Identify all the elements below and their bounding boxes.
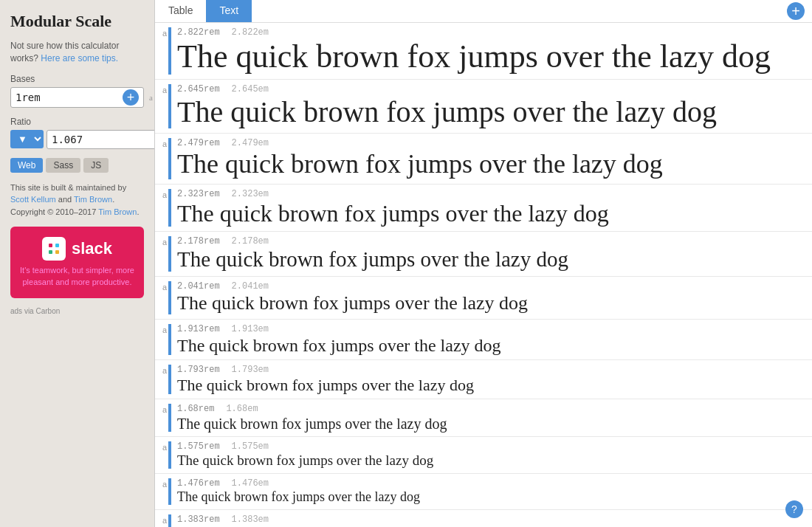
row-a-label: a: [155, 441, 168, 452]
row-rem: 2.479rem: [177, 138, 220, 148]
row-em: 2.822em: [232, 27, 269, 38]
scale-row: a 1.913rem 1.913em The quick brown fox j…: [155, 320, 812, 360]
code-tab-web[interactable]: Web: [10, 158, 43, 173]
row-meta: 1.476rem 1.476em: [177, 478, 800, 489]
slack-icon: [42, 237, 66, 261]
row-content: 1.913rem 1.913em The quick brown fox jum…: [177, 324, 800, 355]
timbrown-link[interactable]: Tim Brown: [98, 207, 137, 216]
ratio-select[interactable]: ▼: [10, 130, 44, 148]
row-meta: 1.383rem 1.383em: [177, 514, 800, 525]
row-content: 2.645rem 2.645em The quick brown fox jum…: [177, 84, 800, 128]
row-rem: 1.476rem: [177, 478, 220, 489]
scale-row: a 1.383rem 1.383em The quick brown fox j…: [155, 510, 812, 527]
scale-row: a 1.476rem 1.476em The quick brown fox j…: [155, 474, 812, 510]
tim-link[interactable]: Tim Brown: [74, 195, 112, 204]
bases-label: Bases: [10, 74, 144, 84]
row-em: 1.68em: [226, 404, 258, 414]
row-rem: 2.041rem: [177, 281, 220, 292]
ad-box[interactable]: slack It's teamwork, but simpler, more p…: [10, 227, 144, 298]
row-text: The quick brown fox jumps over the lazy …: [177, 248, 800, 272]
slack-logo: slack: [42, 237, 112, 261]
ads-via: ads via Carbon: [10, 307, 144, 315]
scott-link[interactable]: Scott Kellum: [10, 195, 56, 204]
row-accent-bar: [168, 84, 171, 128]
row-em: 1.575em: [232, 441, 269, 452]
top-tabs-bar: Table Text +: [155, 0, 812, 23]
scale-list: a 2.822rem 2.822em The quick brown fox j…: [155, 23, 812, 527]
code-tabs: Web Sass JS: [10, 158, 144, 173]
row-a-label: a: [155, 84, 168, 94]
row-a-label: a: [155, 478, 168, 489]
slack-name: slack: [72, 239, 112, 258]
row-accent-bar: [168, 189, 171, 227]
scale-row: a 1.68rem 1.68em The quick brown fox jum…: [155, 399, 812, 437]
row-accent-bar: [168, 138, 171, 179]
row-em: 2.323em: [232, 189, 269, 199]
scale-row: a 2.323rem 2.323em The quick brown fox j…: [155, 185, 812, 232]
code-tab-sass[interactable]: Sass: [46, 158, 80, 173]
scale-row: a 2.178rem 2.178em The quick brown fox j…: [155, 232, 812, 277]
scale-row: a 2.822rem 2.822em The quick brown fox j…: [155, 23, 812, 80]
svg-rect-3: [55, 250, 59, 254]
row-content: 1.68rem 1.68em The quick brown fox jumps…: [177, 404, 800, 432]
row-meta: 1.793rem 1.793em: [177, 365, 800, 375]
row-em: 2.178em: [232, 236, 269, 247]
row-meta: 2.041rem 2.041em: [177, 281, 800, 292]
row-text: The quick brown fox jumps over the lazy …: [177, 376, 800, 394]
tab-table[interactable]: Table: [155, 0, 206, 22]
row-accent-bar: [168, 404, 171, 432]
app-description: Not sure how this calculator works? Here…: [10, 40, 144, 65]
row-meta: 2.178rem 2.178em: [177, 236, 800, 247]
row-content: 1.476rem 1.476em The quick brown fox jum…: [177, 478, 800, 505]
row-text: The quick brown fox jumps over the lazy …: [177, 336, 800, 355]
row-content: 1.793rem 1.793em The quick brown fox jum…: [177, 365, 800, 394]
bases-add-button[interactable]: +: [123, 89, 139, 106]
row-a-label: a: [155, 324, 168, 334]
scale-row: a 1.575rem 1.575em The quick brown fox j…: [155, 437, 812, 474]
row-content: 2.323rem 2.323em The quick brown fox jum…: [177, 189, 800, 227]
row-rem: 2.178rem: [177, 236, 220, 247]
row-a-label: a: [155, 365, 168, 375]
ad-tagline: It's teamwork, but simpler, more pleasan…: [18, 265, 137, 288]
row-a-label: a: [155, 404, 168, 414]
row-content: 2.041rem 2.041em The quick brown fox jum…: [177, 281, 800, 314]
add-font-button[interactable]: +: [787, 2, 805, 20]
scale-row: a 2.645rem 2.645em The quick brown fox j…: [155, 80, 812, 134]
scale-row: a 2.479rem 2.479em The quick brown fox j…: [155, 134, 812, 185]
row-text: The quick brown fox jumps over the lazy …: [177, 293, 800, 314]
row-rem: 2.822rem: [177, 27, 220, 38]
ratio-section: Ratio ▼: [10, 117, 144, 149]
ratio-input[interactable]: [47, 130, 155, 149]
row-meta: 2.645rem 2.645em: [177, 84, 800, 94]
row-content: 2.178rem 2.178em The quick brown fox jum…: [177, 236, 800, 272]
svg-rect-2: [49, 250, 52, 254]
row-accent-bar: [168, 514, 171, 527]
row-a-label: a: [155, 236, 168, 247]
row-em: 2.479em: [232, 138, 269, 148]
help-button[interactable]: ?: [785, 500, 803, 518]
svg-rect-0: [49, 244, 52, 247]
row-a-label: a: [155, 27, 168, 38]
ratio-row: ▼: [10, 130, 144, 149]
code-tab-js[interactable]: JS: [83, 158, 109, 173]
row-accent-bar: [168, 27, 171, 75]
row-accent-bar: [168, 478, 171, 505]
scale-row: a 1.793rem 1.793em The quick brown fox j…: [155, 360, 812, 399]
row-rem: 1.793rem: [177, 365, 220, 375]
row-accent-bar: [168, 441, 171, 469]
row-rem: 1.913rem: [177, 324, 220, 334]
tab-text[interactable]: Text: [206, 0, 252, 22]
row-rem: 1.383rem: [177, 514, 220, 525]
row-em: 1.476em: [232, 478, 269, 489]
bases-input-container: +: [10, 87, 144, 108]
row-meta: 2.479rem 2.479em: [177, 138, 800, 148]
row-em: 1.913em: [232, 324, 269, 334]
row-content: 2.479rem 2.479em The quick brown fox jum…: [177, 138, 800, 179]
row-em: 1.383em: [232, 514, 269, 525]
svg-rect-1: [55, 244, 59, 247]
tips-link[interactable]: Here are some tips.: [41, 53, 118, 63]
bases-a-label: a: [149, 93, 153, 102]
row-content: 1.575rem 1.575em The quick brown fox jum…: [177, 441, 800, 469]
bases-input[interactable]: [16, 92, 123, 103]
row-text: The quick brown fox jumps over the lazy …: [177, 490, 800, 505]
